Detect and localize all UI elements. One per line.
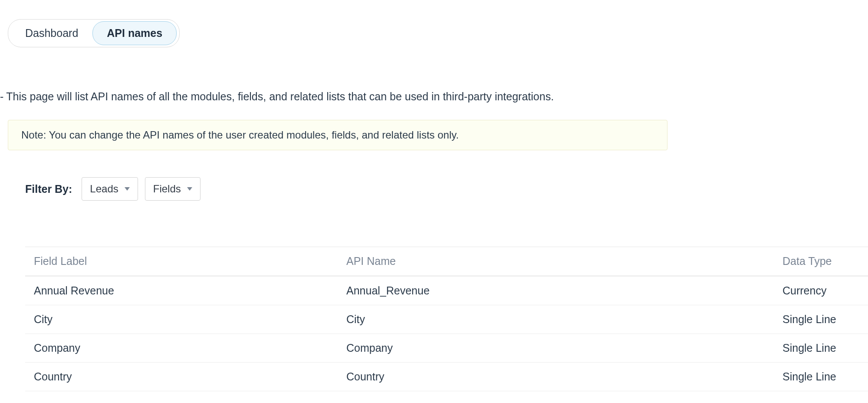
note-text: Note: You can change the API names of th…	[21, 129, 459, 141]
table-row: City City Single Line	[25, 305, 868, 334]
tab-group: Dashboard API names	[8, 19, 180, 47]
header-data-type: Data Type	[783, 255, 859, 268]
chevron-down-icon	[125, 187, 130, 191]
cell-field-label: Country	[34, 370, 346, 383]
table-row: Annual Revenue Annual_Revenue Currency	[25, 277, 868, 305]
filter-row: Filter By: Leads Fields	[25, 177, 201, 201]
header-field-label: Field Label	[34, 255, 346, 268]
table-header: Field Label API Name Data Type	[25, 247, 868, 277]
table-row: Company Company Single Line	[25, 334, 868, 363]
filter-by-label: Filter By:	[25, 183, 72, 195]
cell-data-type: Single Line	[783, 342, 859, 354]
cell-api-name: Country	[346, 370, 783, 383]
filter-entity-value: Fields	[153, 183, 181, 195]
cell-api-name: Company	[346, 342, 783, 354]
tab-dashboard-label: Dashboard	[25, 27, 78, 39]
api-names-table: Field Label API Name Data Type Annual Re…	[25, 247, 868, 391]
filter-module-value: Leads	[90, 183, 118, 195]
chevron-down-icon	[187, 187, 192, 191]
cell-api-name: City	[346, 313, 783, 326]
description-dash: -	[0, 90, 3, 103]
tab-api-names[interactable]: API names	[92, 21, 177, 45]
description-text: This page will list API names of all the…	[6, 90, 554, 102]
cell-api-name: Annual_Revenue	[346, 284, 783, 297]
filter-module-dropdown[interactable]: Leads	[82, 177, 138, 201]
page-description: -This page will list API names of all th…	[0, 90, 554, 103]
table-row: Country Country Single Line	[25, 363, 868, 391]
tab-api-names-label: API names	[107, 27, 162, 39]
filter-entity-dropdown[interactable]: Fields	[145, 177, 201, 201]
tab-dashboard[interactable]: Dashboard	[11, 21, 92, 45]
cell-data-type: Single Line	[783, 370, 859, 383]
note-box: Note: You can change the API names of th…	[8, 120, 667, 150]
cell-data-type: Single Line	[783, 313, 859, 326]
header-api-name: API Name	[346, 255, 783, 268]
cell-field-label: City	[34, 313, 346, 326]
cell-field-label: Annual Revenue	[34, 284, 346, 297]
cell-field-label: Company	[34, 342, 346, 354]
cell-data-type: Currency	[783, 284, 859, 297]
